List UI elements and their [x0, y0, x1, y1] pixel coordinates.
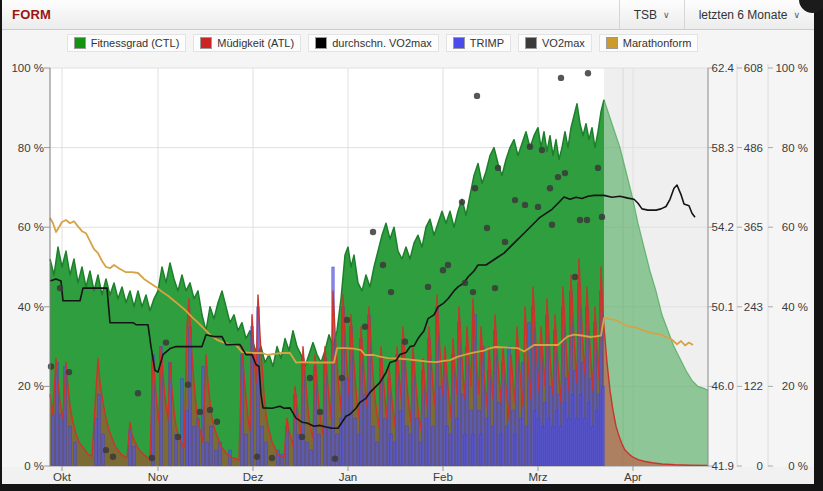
svg-text:60 %: 60 % — [18, 221, 44, 233]
svg-text:Dez: Dez — [243, 471, 264, 483]
tsb-dropdown[interactable]: TSB ∨ — [619, 0, 684, 29]
chart-legend: Fitnessgrad (CTL)Müdigkeit (ATL)durchsch… — [2, 31, 763, 55]
timerange-dropdown-label: letzten 6 Monate — [699, 8, 788, 22]
legend-color-swatch — [200, 37, 212, 49]
svg-text:20 %: 20 % — [782, 380, 808, 392]
svg-text:Okt: Okt — [53, 471, 72, 483]
window-right-border — [814, 0, 823, 491]
svg-text:0: 0 — [757, 460, 763, 472]
svg-text:243: 243 — [744, 301, 763, 313]
legend-item-4: VO2max — [518, 34, 592, 52]
svg-text:80 %: 80 % — [18, 142, 44, 154]
svg-text:608: 608 — [744, 62, 763, 74]
x-axis-strip — [2, 467, 814, 484]
svg-text:40 %: 40 % — [782, 301, 808, 313]
svg-text:Nov: Nov — [148, 471, 169, 483]
legend-label: Müdigkeit (ATL) — [217, 37, 294, 49]
legend-color-swatch — [525, 37, 537, 49]
svg-text:100 %: 100 % — [775, 62, 808, 74]
header-controls: TSB ∨ letzten 6 Monate ∨ — [619, 0, 814, 29]
legend-color-swatch — [453, 37, 465, 49]
svg-text:60 %: 60 % — [782, 221, 808, 233]
legend-color-swatch — [315, 37, 327, 49]
svg-text:20 %: 20 % — [18, 380, 44, 392]
panel-title: FORM — [2, 7, 51, 22]
svg-text:Jan: Jan — [339, 471, 358, 483]
chart-canvas: 100 %80 %60 %40 %20 %0 %62.458.354.250.1… — [0, 0, 823, 491]
legend-label: durchschn. VO2max — [332, 37, 432, 49]
legend-item-2: durchschn. VO2max — [308, 34, 439, 52]
form-panel: 100 %80 %60 %40 %20 %0 %62.458.354.250.1… — [0, 0, 823, 491]
svg-text:0 %: 0 % — [788, 460, 808, 472]
svg-text:Apr: Apr — [624, 471, 642, 483]
legend-label: Fitnessgrad (CTL) — [91, 37, 180, 49]
legend-item-5: Marathonform — [599, 34, 698, 52]
svg-text:100 %: 100 % — [11, 62, 44, 74]
legend-color-swatch — [74, 37, 86, 49]
svg-text:54.2: 54.2 — [712, 221, 734, 233]
svg-text:365: 365 — [744, 221, 763, 233]
legend-label: VO2max — [542, 37, 585, 49]
tsb-dropdown-label: TSB — [634, 8, 657, 22]
svg-text:40 %: 40 % — [18, 301, 44, 313]
legend-label: Marathonform — [623, 37, 691, 49]
svg-text:486: 486 — [744, 142, 763, 154]
svg-text:Feb: Feb — [433, 471, 453, 483]
window-bottom-border — [0, 484, 823, 491]
svg-text:58.3: 58.3 — [712, 142, 734, 154]
svg-text:122: 122 — [744, 380, 763, 392]
legend-item-0: Fitnessgrad (CTL) — [67, 34, 187, 52]
svg-text:46.0: 46.0 — [712, 380, 734, 392]
svg-text:50.1: 50.1 — [712, 301, 734, 313]
svg-text:0 %: 0 % — [24, 460, 44, 472]
legend-label: TRIMP — [470, 37, 504, 49]
window-left-border — [0, 0, 2, 491]
svg-text:62.4: 62.4 — [712, 62, 735, 74]
panel-header: FORM TSB ∨ letzten 6 Monate ∨ — [2, 0, 814, 30]
svg-text:Mrz: Mrz — [528, 471, 547, 483]
form-chart[interactable]: 100 %80 %60 %40 %20 %0 %62.458.354.250.1… — [0, 0, 823, 491]
svg-text:80 %: 80 % — [782, 142, 808, 154]
timerange-dropdown[interactable]: letzten 6 Monate ∨ — [684, 0, 814, 29]
legend-color-swatch — [606, 37, 618, 49]
legend-item-1: Müdigkeit (ATL) — [193, 34, 301, 52]
chevron-down-icon: ∨ — [793, 11, 800, 20]
chevron-down-icon: ∨ — [663, 11, 670, 20]
legend-item-3: TRIMP — [446, 34, 511, 52]
svg-text:41.9: 41.9 — [712, 460, 734, 472]
